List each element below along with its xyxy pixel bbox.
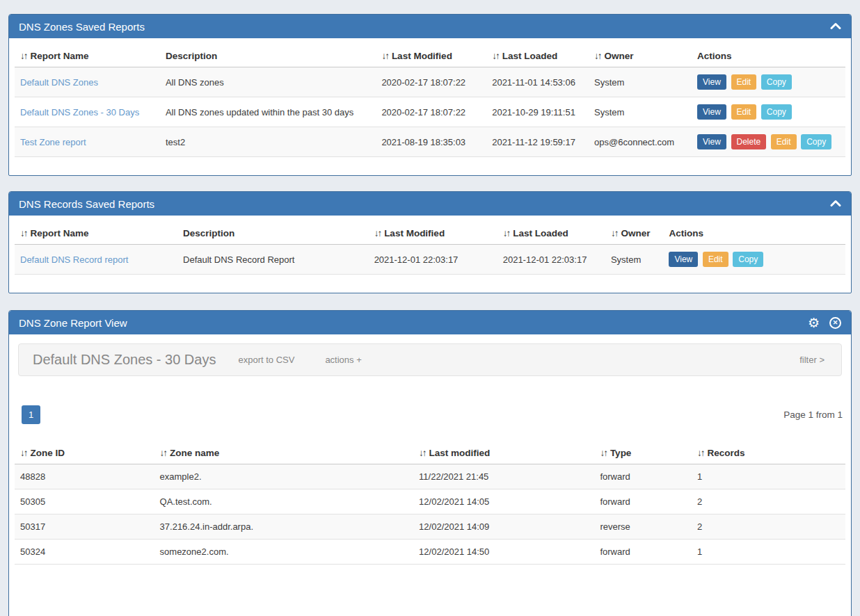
zone-records-count: 1 xyxy=(692,464,845,489)
column-header-zone-id[interactable]: ↓↑Zone ID xyxy=(15,441,154,464)
edit-button[interactable]: Edit xyxy=(771,134,797,149)
edit-button[interactable]: Edit xyxy=(703,252,728,267)
table-row: Default DNS Record report Default DNS Re… xyxy=(15,245,845,275)
sort-icon: ↓↑ xyxy=(20,228,27,238)
column-header-report-name[interactable]: ↓↑Report Name xyxy=(15,44,160,67)
records-table-header-row: ↓↑Report Name Description ↓↑Last Modifie… xyxy=(15,221,845,245)
zone-records-count: 2 xyxy=(692,489,845,514)
collapse-chevron-up-icon[interactable] xyxy=(830,197,841,210)
view-button[interactable]: View xyxy=(669,252,698,267)
column-header-last-modified[interactable]: ↓↑Last Modified xyxy=(369,221,497,245)
zones-panel-title: DNS Zones Saved Reports xyxy=(19,21,145,33)
sort-icon: ↓↑ xyxy=(697,448,704,458)
sort-icon: ↓↑ xyxy=(594,51,601,61)
report-last-modified: 2020-02-17 18:07:22 xyxy=(376,97,486,127)
column-header-owner[interactable]: ↓↑Owner xyxy=(605,221,664,245)
sort-icon: ↓↑ xyxy=(611,228,618,238)
table-row: 50305 QA.test.com. 12/02/2021 14:05 forw… xyxy=(15,489,845,514)
zone-type: forward xyxy=(594,540,692,565)
zone-id: 48828 xyxy=(15,464,154,489)
column-header-report-name[interactable]: ↓↑Report Name xyxy=(15,221,177,245)
filter-toggle-link[interactable]: filter > xyxy=(799,355,825,365)
copy-button[interactable]: Copy xyxy=(761,104,792,120)
edit-button[interactable]: Edit xyxy=(731,74,757,90)
copy-button[interactable]: Copy xyxy=(733,252,763,267)
zone-report-header-row: ↓↑Zone ID ↓↑Zone name ↓↑Last modified ↓↑… xyxy=(15,441,845,464)
report-last-loaded: 2021-12-01 22:03:17 xyxy=(497,245,605,275)
column-header-owner[interactable]: ↓↑Owner xyxy=(589,44,692,67)
report-last-loaded: 2021-11-12 19:59:17 xyxy=(486,127,589,157)
pagination-row: 1 Page 1 from 1 xyxy=(22,405,843,424)
column-header-description[interactable]: Description xyxy=(177,221,369,245)
actions-menu-link[interactable]: actions + xyxy=(325,355,361,365)
report-description: test2 xyxy=(160,127,376,157)
zone-last-modified: 12/02/2021 14:05 xyxy=(413,489,594,514)
column-header-records[interactable]: ↓↑Records xyxy=(692,441,845,464)
report-description: All DNS zones xyxy=(160,67,376,97)
page-1-button[interactable]: 1 xyxy=(22,405,40,424)
zone-last-modified: 12/02/2021 14:50 xyxy=(413,540,594,565)
zone-name: example2. xyxy=(154,464,414,489)
sort-icon: ↓↑ xyxy=(419,448,426,458)
zones-reports-table: ↓↑Report Name Description ↓↑Last Modifie… xyxy=(15,44,845,157)
zone-records-count: 2 xyxy=(692,514,845,540)
report-view-panel-header: DNS Zone Report View ⚙ ✕ xyxy=(9,311,851,334)
report-last-loaded: 2021-10-29 19:11:51 xyxy=(486,97,589,127)
copy-button[interactable]: Copy xyxy=(761,74,792,90)
report-view-panel-title: DNS Zone Report View xyxy=(19,317,127,329)
sort-icon: ↓↑ xyxy=(600,448,607,458)
zone-name: somezone2.com. xyxy=(154,540,414,565)
report-link[interactable]: Test Zone report xyxy=(20,137,86,147)
zone-type: forward xyxy=(594,464,692,489)
report-owner: System xyxy=(589,67,692,97)
column-header-last-modified[interactable]: ↓↑Last modified xyxy=(413,441,594,464)
table-row: 50317 37.216.24.in-addr.arpa. 12/02/2021… xyxy=(15,514,845,540)
zone-id: 50317 xyxy=(15,514,154,540)
view-button[interactable]: View xyxy=(697,74,726,90)
table-row: Default DNS Zones All DNS zones 2020-02-… xyxy=(15,67,845,97)
zone-name: QA.test.com. xyxy=(154,489,414,514)
report-last-modified: 2021-08-19 18:35:03 xyxy=(376,127,486,157)
report-link[interactable]: Default DNS Zones - 30 Days xyxy=(20,107,139,117)
close-icon[interactable]: ✕ xyxy=(829,317,841,329)
column-header-actions: Actions xyxy=(692,44,845,67)
column-header-last-loaded[interactable]: ↓↑Last Loaded xyxy=(497,221,605,245)
column-header-last-loaded[interactable]: ↓↑Last Loaded xyxy=(486,44,589,67)
delete-button[interactable]: Delete xyxy=(731,134,767,149)
export-to-csv-link[interactable]: export to CSV xyxy=(238,355,294,365)
collapse-chevron-up-icon[interactable] xyxy=(830,20,841,33)
column-header-zone-name[interactable]: ↓↑Zone name xyxy=(154,441,414,464)
sort-icon: ↓↑ xyxy=(20,51,27,61)
dns-zone-report-view-panel: DNS Zone Report View ⚙ ✕ Default DNS Zon… xyxy=(8,310,852,616)
zone-report-table: ↓↑Zone ID ↓↑Zone name ↓↑Last modified ↓↑… xyxy=(15,441,845,565)
page-info: Page 1 from 1 xyxy=(783,410,843,420)
report-link[interactable]: Default DNS Zones xyxy=(20,77,98,88)
sort-icon: ↓↑ xyxy=(160,448,167,458)
sort-icon: ↓↑ xyxy=(381,51,388,61)
copy-button[interactable]: Copy xyxy=(801,134,831,149)
table-row: 48828 example2. 11/22/2021 21:45 forward… xyxy=(15,464,845,489)
zone-last-modified: 12/02/2021 14:09 xyxy=(413,514,594,540)
zone-last-modified: 11/22/2021 21:45 xyxy=(413,464,594,489)
sort-icon: ↓↑ xyxy=(492,51,499,61)
view-button[interactable]: View xyxy=(697,104,726,120)
edit-button[interactable]: Edit xyxy=(731,104,757,120)
dns-records-saved-reports-panel: DNS Records Saved Reports ↓↑Report Name … xyxy=(8,191,852,293)
gear-icon[interactable]: ⚙ xyxy=(808,316,820,330)
column-header-description[interactable]: Description xyxy=(160,44,376,67)
zone-type: reverse xyxy=(594,514,692,540)
view-button[interactable]: View xyxy=(697,134,726,149)
table-row: Default DNS Zones - 30 Days All DNS zone… xyxy=(15,97,845,127)
report-last-modified: 2021-12-01 22:03:17 xyxy=(369,245,497,275)
zone-id: 50305 xyxy=(15,489,154,514)
report-link[interactable]: Default DNS Record report xyxy=(20,254,128,265)
table-row: 50324 somezone2.com. 12/02/2021 14:50 fo… xyxy=(15,540,845,565)
records-panel-title: DNS Records Saved Reports xyxy=(19,198,154,210)
sort-icon: ↓↑ xyxy=(503,228,510,238)
column-header-last-modified[interactable]: ↓↑Last Modified xyxy=(376,44,486,67)
column-header-type[interactable]: ↓↑Type xyxy=(594,441,692,464)
zone-name: 37.216.24.in-addr.arpa. xyxy=(154,514,414,540)
report-owner: System xyxy=(589,97,692,127)
zones-panel-header: DNS Zones Saved Reports xyxy=(9,15,851,38)
zone-type: forward xyxy=(594,489,692,514)
